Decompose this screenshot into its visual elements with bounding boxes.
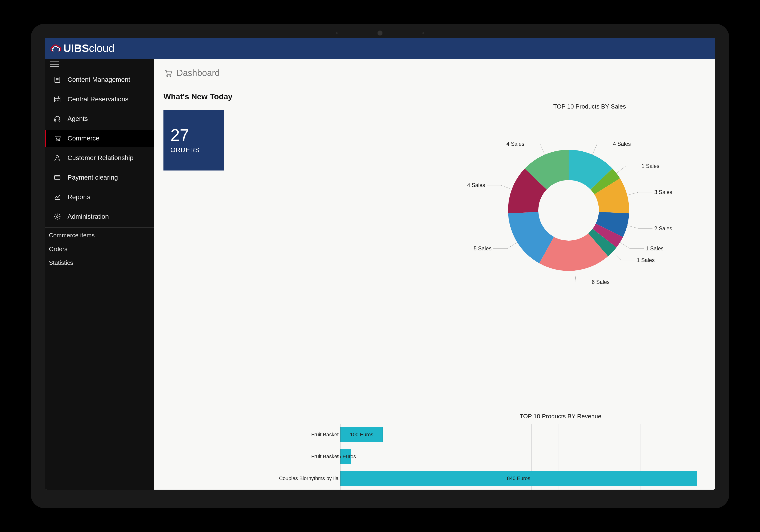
- bar-row: Ila Rose Bliss Bath with Bath Oil for Gl…: [208, 489, 715, 490]
- chart-title: TOP 10 Products BY Sales: [459, 103, 715, 110]
- bar[interactable]: 840 Euros: [340, 471, 697, 486]
- bar-row: Fruit Basket100 Euros: [208, 424, 715, 446]
- svg-point-23: [167, 75, 168, 76]
- svg-rect-19: [55, 176, 60, 179]
- svg-rect-15: [59, 120, 60, 121]
- nav-content-management[interactable]: Content Management: [45, 71, 154, 88]
- bar-row: Couples Biorhythms by Ila840 Euros: [208, 467, 715, 489]
- nav-central-reservations[interactable]: Central Reservations: [45, 91, 154, 108]
- donut-label: 1 Sales: [641, 163, 659, 169]
- nav-customer-relationship[interactable]: Customer Relationship: [45, 150, 154, 166]
- document-icon: [53, 75, 62, 84]
- page-header: Dashboard: [164, 68, 715, 78]
- sidebar: Content Management Central Reservations …: [45, 59, 154, 490]
- svg-point-24: [170, 75, 171, 76]
- card-icon: [53, 173, 62, 182]
- bar-category-label: Fruit Basket: [208, 432, 340, 438]
- main-content: Dashboard What's New Today 27 ORDERS TOP…: [154, 59, 715, 490]
- menu-toggle[interactable]: [45, 59, 154, 70]
- nav-label: Reports: [68, 193, 90, 201]
- bar-row: Fruit Basket25 Euros: [208, 446, 715, 467]
- nav-administration[interactable]: Administration: [45, 208, 154, 225]
- brand-logo[interactable]: UIBScloud: [49, 42, 115, 55]
- bar-category-label: Couples Biorhythms by Ila: [208, 475, 340, 481]
- tablet-frame: UIBScloud Content Management Central Res…: [31, 24, 729, 508]
- top-products-revenue-chart: TOP 10 Products BY Revenue Fruit Basket1…: [208, 413, 715, 490]
- nav-label: Customer Relationship: [68, 154, 133, 162]
- chart-title: TOP 10 Products BY Revenue: [399, 413, 715, 420]
- donut-label: 4 Sales: [613, 141, 631, 147]
- bar-chart: Fruit Basket100 EurosFruit Basket25 Euro…: [208, 424, 715, 490]
- cloud-icon: [49, 43, 62, 53]
- top-bar: UIBScloud: [45, 38, 715, 59]
- whats-new-heading: What's New Today: [164, 92, 715, 101]
- nav-label: Administration: [68, 213, 109, 220]
- svg-point-17: [59, 140, 60, 141]
- donut-label: 1 Sales: [646, 246, 664, 252]
- svg-rect-7: [55, 97, 60, 102]
- donut-label: 6 Sales: [592, 279, 610, 285]
- bar[interactable]: 25 Euros: [340, 449, 351, 464]
- nav-label: Agents: [68, 115, 88, 122]
- top-products-sales-chart: TOP 10 Products BY Sales 4 Sales1 Sales3…: [459, 103, 715, 301]
- sub-statistics[interactable]: Statistics: [45, 256, 154, 270]
- sub-commerce-items[interactable]: Commerce items: [45, 228, 154, 242]
- svg-point-16: [56, 140, 57, 141]
- tablet-camera: [377, 30, 383, 36]
- donut-label: 4 Sales: [467, 182, 485, 188]
- stat-number: 27: [170, 127, 217, 143]
- bar[interactable]: 100 Euros: [340, 427, 383, 442]
- nav-label: Payment clearing: [68, 174, 118, 181]
- donut-label: 4 Sales: [506, 141, 524, 147]
- nav-reports[interactable]: Reports: [45, 189, 154, 206]
- donut-label: 5 Sales: [474, 246, 492, 252]
- stat-label: ORDERS: [170, 146, 217, 154]
- nav-commerce[interactable]: Commerce: [45, 130, 154, 147]
- brand-text: UIBScloud: [63, 42, 115, 55]
- gear-icon: [53, 213, 62, 221]
- donut-svg: 4 Sales1 Sales3 Sales2 Sales1 Sales1 Sal…: [459, 120, 715, 301]
- sub-orders[interactable]: Orders: [45, 242, 154, 256]
- orders-stat-card[interactable]: 27 ORDERS: [164, 110, 224, 170]
- nav-label: Commerce: [68, 135, 99, 142]
- cart-icon: [53, 134, 62, 143]
- nav-payment-clearing[interactable]: Payment clearing: [45, 169, 154, 186]
- headset-icon: [53, 115, 62, 123]
- hamburger-icon: [50, 61, 59, 68]
- svg-point-22: [56, 216, 58, 218]
- person-icon: [53, 154, 62, 162]
- donut-label: 3 Sales: [654, 189, 672, 195]
- svg-rect-14: [55, 120, 56, 121]
- cart-icon: [164, 69, 173, 78]
- calendar-icon: [53, 95, 62, 103]
- donut-label: 1 Sales: [637, 257, 655, 263]
- app-screen: UIBScloud Content Management Central Res…: [45, 38, 715, 490]
- bar-category-label: Fruit Basket: [208, 454, 340, 459]
- nav-label: Content Management: [68, 76, 130, 83]
- donut-label: 2 Sales: [654, 225, 672, 231]
- nav-label: Central Reservations: [68, 95, 128, 103]
- nav-agents[interactable]: Agents: [45, 111, 154, 127]
- page-title: Dashboard: [176, 68, 220, 78]
- svg-point-18: [56, 155, 59, 158]
- chart-icon: [53, 193, 62, 201]
